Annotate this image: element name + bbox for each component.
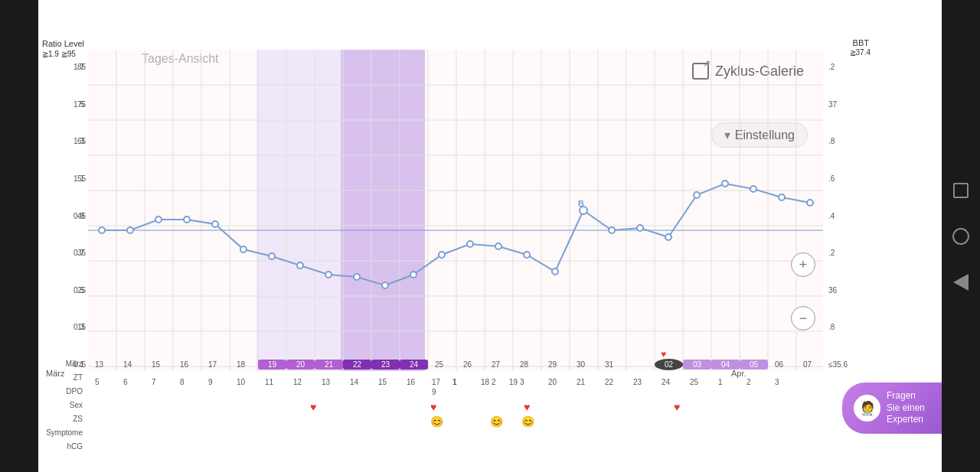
sex-label: Sex	[42, 398, 87, 412]
left-side-bar	[0, 0, 38, 472]
svg-point-58	[609, 227, 615, 233]
svg-point-43	[212, 221, 218, 227]
svg-point-52	[467, 241, 473, 247]
svg-point-53	[495, 243, 501, 249]
android-back-btn[interactable]	[949, 271, 972, 294]
symptome-label: Symptome	[42, 425, 87, 439]
svg-point-51	[439, 252, 445, 258]
svg-point-40	[127, 227, 133, 233]
svg-text:B: B	[578, 199, 584, 208]
sex-row: ♥ ♥ ♥ ♥	[88, 401, 823, 415]
dpo-row: 9	[88, 388, 823, 402]
svg-point-41	[155, 216, 162, 223]
svg-point-39	[99, 227, 105, 233]
zt-label: ZT	[42, 370, 87, 384]
fragen-avatar: 🧑‍⚕️	[854, 395, 880, 422]
hcg-label: hCG	[42, 439, 87, 453]
chart-svg: B	[88, 50, 823, 371]
svg-point-62	[722, 181, 728, 187]
svg-point-54	[524, 252, 530, 258]
right-side-bar	[942, 0, 980, 472]
svg-point-46	[297, 262, 303, 269]
zoom-minus-button[interactable]: −	[791, 306, 815, 330]
dpo-label: DPO	[42, 384, 87, 398]
svg-point-50	[410, 272, 416, 278]
axis-title-left: Ratio Level ≧1.9 ≧95	[42, 38, 84, 59]
march-label-left: März	[42, 356, 87, 370]
svg-rect-2	[341, 50, 425, 371]
android-square-btn[interactable]	[949, 179, 972, 202]
svg-rect-1	[256, 50, 341, 371]
y-axis-right: .2 37 .8 .6 .4 .2 36 .8 ≤35.6	[828, 63, 871, 369]
left-row-labels: März ZT DPO Sex ZS Symptome hCG	[42, 356, 87, 453]
main-screen: Ratio Level ≧1.9 ≧95 BBT ≧37.4 Tages-Ans…	[38, 0, 942, 472]
axis-title-right: BBT	[853, 38, 869, 47]
svg-point-48	[354, 274, 360, 280]
date-numbers-row: 13 14 15 16 17 18 19 20 21 22 23 24 25 2…	[88, 356, 823, 372]
zs-label: ZS	[42, 412, 87, 425]
svg-point-63	[750, 186, 756, 192]
svg-point-64	[779, 194, 785, 200]
android-home-btn[interactable]	[949, 225, 972, 248]
svg-point-45	[269, 253, 275, 259]
zoom-plus-button[interactable]: +	[791, 252, 815, 277]
svg-point-44	[240, 246, 247, 252]
svg-rect-0	[88, 50, 256, 371]
y-axis-left-2: 85 75 65 55 45 35 25 15 5	[63, 63, 86, 369]
zs-row: 😊 😊 😊	[88, 415, 823, 429]
svg-point-42	[184, 216, 190, 223]
zt-row: 5 6 7 8 9 10 11 12 13 14 15 16 17 1 18 2…	[88, 375, 823, 389]
svg-point-47	[325, 272, 332, 278]
svg-point-59	[637, 225, 643, 231]
svg-point-61	[694, 192, 700, 198]
fragen-experten-button[interactable]: 🧑‍⚕️ Fragen Sie einen Experten	[842, 382, 942, 434]
svg-point-60	[665, 234, 671, 240]
fragen-text: Fragen Sie einen Experten	[887, 390, 925, 426]
axis-subtitle-right: ≧37.4	[850, 48, 871, 57]
svg-point-65	[807, 200, 813, 206]
svg-point-49	[382, 282, 388, 288]
svg-point-55	[552, 269, 558, 275]
